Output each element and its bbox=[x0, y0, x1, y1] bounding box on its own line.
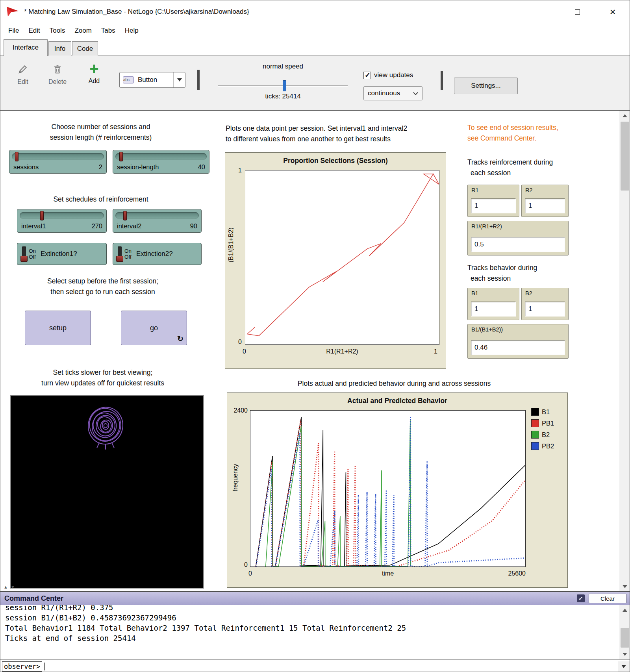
y-tick-max: 2400 bbox=[229, 407, 248, 414]
reinforcement-note: Tracks reinforcement during each session bbox=[467, 157, 586, 178]
toolbar-separator bbox=[197, 70, 200, 90]
monitor-b-ratio: B1/(B1+B2)) 0.46 bbox=[467, 324, 569, 359]
console-line: session R1/(R1+R2) 0.375 bbox=[5, 605, 619, 613]
tab-interface[interactable]: Interface bbox=[4, 39, 48, 56]
slider-thumb[interactable] bbox=[119, 152, 123, 161]
slider-thumb[interactable] bbox=[15, 152, 19, 161]
console-line: session B1/(B1+B2) 0.45873692367299496 bbox=[5, 613, 619, 623]
monitor-r2: R2 1 bbox=[521, 185, 569, 217]
console-line: Total Behavior1 1184 Total Behavior2 139… bbox=[5, 623, 619, 633]
edit-button[interactable]: Edit bbox=[11, 64, 34, 85]
menu-file[interactable]: File bbox=[4, 25, 24, 36]
abc-button-icon bbox=[123, 76, 134, 83]
edit-label: Edit bbox=[11, 78, 34, 85]
tab-code[interactable]: Code bbox=[72, 41, 98, 56]
scroll-thumb[interactable] bbox=[621, 122, 629, 191]
switch-knob[interactable] bbox=[116, 256, 123, 262]
main-scrollbar[interactable] bbox=[619, 111, 630, 592]
plot1-note: Plots one data point per session. Set in… bbox=[226, 123, 446, 144]
close-icon: × bbox=[610, 7, 615, 17]
speed-slider-thumb[interactable] bbox=[283, 80, 286, 91]
command-output: session R1/(R1+R2) 0.375 session B1/(B1+… bbox=[0, 605, 619, 659]
scroll-down-button[interactable] bbox=[619, 581, 630, 592]
window-title: * Matching Law Simulation_Base - NetLogo… bbox=[24, 8, 249, 16]
setup-button[interactable]: setup bbox=[25, 311, 91, 345]
interval1-slider[interactable]: interval1270 bbox=[17, 209, 107, 233]
slider-value: 90 bbox=[190, 222, 197, 230]
maximize-button[interactable] bbox=[560, 0, 595, 23]
slider-channel bbox=[115, 212, 199, 219]
clear-button[interactable]: Clear bbox=[589, 594, 626, 603]
legend-item-pb1: PB1 bbox=[531, 419, 554, 427]
behavior-note: Tracks behavior during each session bbox=[467, 263, 586, 284]
extinction1-switch[interactable]: On Off Extinction1? bbox=[17, 243, 107, 265]
scroll-up-button[interactable] bbox=[619, 605, 630, 615]
expand-icon[interactable] bbox=[577, 594, 585, 602]
diagonal-arrows-icon bbox=[578, 596, 583, 601]
add-button[interactable]: + Add bbox=[84, 62, 104, 85]
slider-value: 270 bbox=[91, 222, 102, 230]
plot2-note: Plots actual and predicted behavior duri… bbox=[252, 378, 536, 389]
menu-help[interactable]: Help bbox=[120, 25, 143, 36]
switch-on-label: On bbox=[124, 248, 132, 254]
speed-control: normal speed ticks: 25414 bbox=[215, 56, 351, 110]
y-axis-label: frequency bbox=[232, 464, 239, 491]
interval2-slider[interactable]: interval290 bbox=[113, 209, 202, 233]
scroll-thumb[interactable] bbox=[621, 628, 629, 648]
switch-knob[interactable] bbox=[20, 256, 28, 262]
observer-row: observer> bbox=[0, 659, 630, 672]
world-view[interactable] bbox=[10, 395, 204, 589]
monitor-label: R2 bbox=[525, 187, 533, 193]
scroll-down-button[interactable] bbox=[619, 649, 630, 659]
monitor-label: B1 bbox=[471, 290, 478, 296]
slider-channel bbox=[20, 212, 104, 219]
actual-predicted-plot: Actual and Predicted Behavior 2400 0 fre… bbox=[227, 392, 568, 588]
plot-title: Proportion Selections (Session) bbox=[225, 157, 446, 165]
command-center-header[interactable]: Command Center Clear bbox=[0, 592, 630, 605]
command-input[interactable] bbox=[44, 661, 618, 672]
sessions-slider[interactable]: sessions2 bbox=[9, 150, 107, 174]
arrow-down-icon bbox=[623, 585, 627, 588]
delete-button[interactable]: Delete bbox=[44, 64, 70, 85]
slider-thumb[interactable] bbox=[40, 211, 44, 220]
update-mode-dropdown[interactable]: continuous bbox=[363, 86, 422, 100]
triangle-down-icon bbox=[177, 78, 182, 81]
widget-type-label: Button bbox=[138, 76, 173, 84]
console-scrollbar[interactable] bbox=[619, 605, 630, 659]
widget-type-dropdown[interactable]: Button bbox=[119, 72, 185, 88]
monitor-value: 1 bbox=[525, 198, 565, 213]
legend-item-b1: B1 bbox=[531, 408, 554, 416]
monitor-b2: B2 1 bbox=[521, 288, 569, 320]
session-length-slider[interactable]: session-length40 bbox=[113, 150, 209, 174]
slider-value: 40 bbox=[198, 163, 205, 171]
extinction2-switch[interactable]: On Off Extinction2? bbox=[113, 243, 202, 265]
close-button[interactable]: × bbox=[595, 0, 630, 23]
x-axis-label: R1(R1+R2) bbox=[245, 348, 439, 355]
menu-zoom[interactable]: Zoom bbox=[70, 25, 96, 36]
scroll-up-button[interactable] bbox=[619, 111, 630, 121]
x-axis-label: time bbox=[250, 570, 526, 577]
plot-canvas bbox=[250, 410, 526, 567]
menu-tools[interactable]: Tools bbox=[45, 25, 70, 36]
history-dropdown-button[interactable] bbox=[618, 661, 630, 672]
switch-name: Extinction1? bbox=[41, 250, 77, 258]
dropdown-arrow[interactable] bbox=[173, 72, 185, 87]
minimize-button[interactable] bbox=[524, 0, 560, 23]
settings-button[interactable]: Settings... bbox=[454, 78, 518, 94]
slider-channel bbox=[115, 153, 207, 160]
update-mode-label: continuous bbox=[368, 89, 414, 97]
arrow-up-icon bbox=[623, 609, 627, 612]
monitor-value: 0.5 bbox=[471, 237, 565, 252]
slider-channel bbox=[12, 153, 104, 160]
y-tick-min: 0 bbox=[234, 339, 242, 346]
go-button[interactable]: go bbox=[121, 311, 187, 345]
monitor-label: R1 bbox=[471, 187, 479, 193]
menu-edit[interactable]: Edit bbox=[24, 25, 44, 36]
tab-info[interactable]: Info bbox=[48, 41, 71, 56]
view-updates-checkbox[interactable] bbox=[363, 72, 371, 79]
menu-tabs[interactable]: Tabs bbox=[96, 25, 120, 36]
add-label: Add bbox=[84, 78, 104, 85]
monitor-label: R1/(R1+R2) bbox=[471, 223, 502, 230]
view-scroll-arrows[interactable] bbox=[4, 585, 16, 589]
slider-thumb[interactable] bbox=[123, 211, 127, 220]
